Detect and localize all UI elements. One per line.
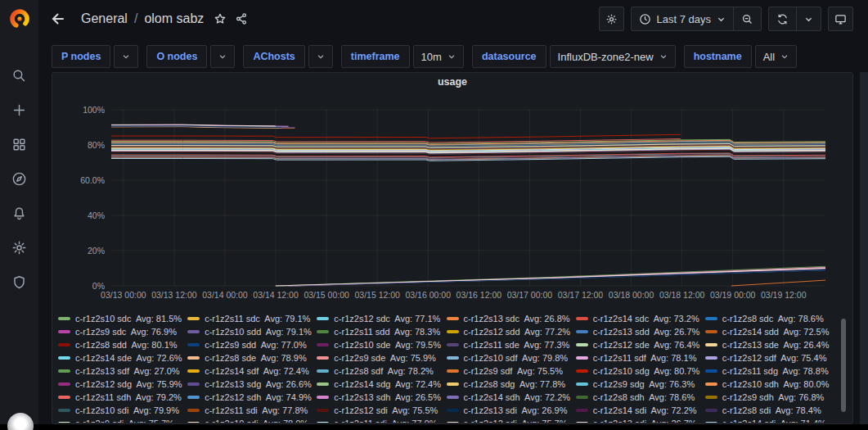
alerting-icon[interactable] — [11, 205, 28, 221]
legend-item[interactable]: c-r1z2s9 sdi Avg: 75.7% — [58, 417, 186, 423]
variable-label[interactable]: timeframe — [341, 45, 410, 68]
legend-item[interactable]: c-r1z2s10 sdf Avg: 79.8% — [447, 351, 574, 364]
legend-item[interactable]: c-r1z2s13 sdh Avg: 26.5% — [317, 391, 444, 404]
legend-item[interactable]: c-r1z2s12 sdc Avg: 77.1% — [317, 312, 444, 325]
legend-item[interactable]: c-r1z2s11 sde Avg: 77.3% — [447, 338, 574, 351]
legend-item[interactable]: c-r1z2s11 sdi Avg: 77.8% — [187, 404, 315, 417]
admin-icon[interactable] — [11, 274, 28, 290]
legend-item[interactable]: c-r1z2s8 sdf Avg: 78.2% — [317, 364, 444, 378]
legend-item[interactable]: c-r1z2s10 sdj Avg: 78.0% — [187, 417, 315, 423]
refresh-button[interactable] — [769, 7, 796, 30]
kiosk-mode-button[interactable] — [828, 7, 853, 31]
grafana-logo-icon[interactable] — [0, 0, 38, 38]
breadcrumb-dashboard[interactable]: olom sabz — [144, 11, 204, 26]
time-range-button[interactable]: Last 7 days — [632, 7, 734, 30]
variable-label[interactable]: AChosts — [243, 45, 304, 68]
variable-value-dropdown[interactable]: InfluxDB-zone2-new — [550, 45, 676, 68]
legend-item[interactable]: c-r1z2s12 sdj Avg: 75.7% — [447, 417, 574, 423]
zoom-out-time-button[interactable] — [733, 7, 761, 30]
legend-item[interactable]: c-r1z2s9 sdf Avg: 75.5% — [447, 364, 574, 378]
legend-item[interactable]: c-r1z2s13 sdf Avg: 27.0% — [58, 364, 186, 378]
legend-item[interactable]: c-r1z2s10 sdg Avg: 80.7% — [576, 364, 704, 378]
variable-label[interactable]: datasource — [472, 45, 546, 68]
refresh-interval-dropdown[interactable] — [796, 7, 821, 30]
legend-item[interactable]: c-r1z2s12 sdf Avg: 75.4% — [705, 351, 833, 364]
legend-item[interactable]: c-r1z2s14 sdc Avg: 73.2% — [576, 312, 704, 325]
series-label: c-r1z2s13 sdc Avg: 26.8% — [464, 314, 570, 324]
chevron-down-icon — [317, 52, 325, 61]
legend-item[interactable]: c-r1z2s13 sdg Avg: 26.6% — [187, 378, 315, 391]
legend-item[interactable]: c-r1z2s14 sdd Avg: 72.5% — [705, 325, 833, 338]
variable-label[interactable]: O nodes — [146, 45, 207, 68]
legend-item[interactable]: c-r1z2s13 sdd Avg: 26.7% — [576, 325, 704, 338]
back-arrow-icon[interactable] — [50, 11, 66, 27]
legend-item[interactable]: c-r1z2s10 sdh Avg: 80.0% — [705, 378, 833, 391]
add-icon[interactable] — [11, 102, 28, 118]
variable-value-dropdown[interactable]: All — [755, 45, 797, 68]
legend-item[interactable]: c-r1z2s10 sdd Avg: 79.1% — [187, 325, 315, 338]
dashboards-icon[interactable] — [11, 136, 28, 152]
legend-scrollbar-thumb[interactable] — [841, 319, 846, 412]
star-icon[interactable] — [214, 12, 227, 25]
usage-chart-plot[interactable]: 0%20%40%60.0%80%100%03/13 00:0003/13 12:… — [52, 89, 852, 309]
legend-item[interactable]: c-r1z2s14 sdf Avg: 72.4% — [187, 364, 315, 378]
legend-item[interactable]: c-r1z2s9 sdh Avg: 76.8% — [705, 391, 833, 404]
series-color-swatch — [705, 356, 717, 360]
legend-item[interactable]: c-r1z2s11 sdc Avg: 79.1% — [187, 312, 315, 325]
legend-item[interactable]: c-r1z2s12 sdh Avg: 74.9% — [187, 391, 315, 404]
series-color-swatch — [447, 409, 459, 412]
legend-item[interactable]: c-r1z2s11 sdf Avg: 78.1% — [576, 351, 704, 364]
variable-value-dropdown[interactable] — [114, 45, 138, 68]
series-color-swatch — [576, 396, 588, 399]
series-color-swatch — [187, 409, 200, 412]
legend-item[interactable]: c-r1z2s11 sdh Avg: 79.2% — [58, 391, 186, 404]
breadcrumb-folder[interactable]: General — [81, 11, 128, 26]
series-color-swatch — [576, 343, 588, 346]
variable-value-dropdown[interactable] — [210, 45, 235, 68]
legend-item[interactable]: c-r1z2s14 sdh Avg: 72.2% — [447, 391, 574, 404]
legend-item[interactable]: c-r1z2s14 sdi Avg: 72.2% — [576, 404, 704, 417]
series-color-swatch — [576, 330, 588, 333]
legend-item[interactable]: c-r1z2s12 sde Avg: 76.4% — [576, 338, 704, 351]
legend-item[interactable]: c-r1z2s14 sdj Avg: 71.4% — [705, 417, 833, 423]
legend-item[interactable]: c-r1z2s13 sdc Avg: 26.8% — [447, 312, 574, 325]
legend-item[interactable]: c-r1z2s8 sde Avg: 78.9% — [187, 351, 315, 364]
series-color-swatch — [58, 343, 70, 346]
variable-label[interactable]: P nodes — [52, 45, 110, 68]
legend-item[interactable]: c-r1z2s11 sdd Avg: 78.3% — [317, 325, 444, 338]
legend-item[interactable]: c-r1z2s14 sdg Avg: 72.4% — [317, 378, 444, 391]
legend-item[interactable]: c-r1z2s14 sde Avg: 72.6% — [58, 351, 186, 364]
legend-item[interactable]: c-r1z2s12 sdg Avg: 75.9% — [58, 378, 186, 391]
explore-icon[interactable] — [11, 170, 28, 187]
legend-item[interactable]: c-r1z2s9 sde Avg: 75.9% — [317, 351, 444, 364]
legend-item[interactable]: c-r1z2s11 sdg Avg: 78.8% — [705, 364, 833, 378]
legend-item[interactable]: c-r1z2s8 sdi Avg: 78.4% — [705, 404, 833, 417]
variable-value-dropdown[interactable]: 10m — [413, 45, 464, 68]
legend-item[interactable]: c-r1z2s12 sdi Avg: 75.5% — [317, 404, 444, 417]
dashboard-settings-button[interactable] — [599, 7, 624, 31]
variable-label[interactable]: hostname — [684, 45, 752, 68]
share-icon[interactable] — [235, 12, 248, 25]
legend-item[interactable]: c-r1z2s9 sdg Avg: 76.3% — [576, 378, 704, 391]
legend-item[interactable]: c-r1z2s8 sdh Avg: 78.6% — [576, 391, 704, 404]
series-color-swatch — [576, 422, 588, 423]
legend-item[interactable]: c-r1z2s12 sdd Avg: 77.2% — [447, 325, 574, 338]
legend-item[interactable]: c-r1z2s8 sdc Avg: 78.6% — [705, 312, 833, 325]
legend-item[interactable]: c-r1z2s10 sdi Avg: 79.9% — [58, 404, 186, 417]
legend-item[interactable]: c-r1z2s11 sdj Avg: 77.0% — [317, 417, 444, 423]
legend-item[interactable]: c-r1z2s9 sdc Avg: 76.9% — [58, 325, 186, 338]
legend-item[interactable]: c-r1z2s9 sdd Avg: 77.0% — [187, 338, 315, 351]
legend-item[interactable]: c-r1z2s8 sdd Avg: 80.1% — [58, 338, 186, 351]
legend-item[interactable]: c-r1z2s8 sdg Avg: 77.8% — [447, 378, 574, 391]
page-scrollbar-track[interactable] — [860, 72, 868, 424]
variable-selected-value: 10m — [421, 51, 442, 63]
legend-item[interactable]: c-r1z2s10 sde Avg: 79.5% — [317, 338, 444, 351]
legend-item[interactable]: c-r1z2s13 sde Avg: 26.4% — [705, 338, 833, 351]
legend-item[interactable]: c-r1z2s13 sdj Avg: 26.7% — [576, 417, 704, 423]
legend-item[interactable]: c-r1z2s13 sdi Avg: 26.9% — [447, 404, 574, 417]
variable-value-dropdown[interactable] — [308, 45, 333, 68]
panel-title[interactable]: usage — [52, 76, 852, 88]
configuration-icon[interactable] — [11, 239, 28, 256]
legend-item[interactable]: c-r1z2s10 sdc Avg: 81.5% — [58, 312, 186, 325]
search-icon[interactable] — [11, 67, 28, 84]
